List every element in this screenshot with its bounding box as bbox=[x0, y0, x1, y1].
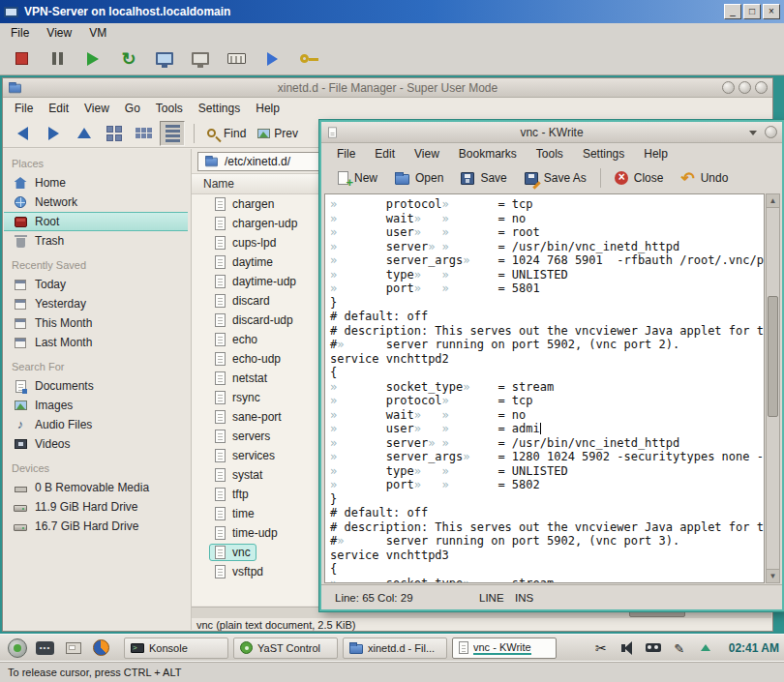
pause-button[interactable] bbox=[45, 47, 69, 71]
minimize-button[interactable] bbox=[724, 4, 741, 19]
sidebar-item-home[interactable]: Home bbox=[4, 173, 191, 193]
text-editor[interactable]: » protocol» = tcp» wait» » = no» user» »… bbox=[324, 193, 765, 583]
maximize-button[interactable] bbox=[743, 4, 761, 19]
sidebar-item-audio-files[interactable]: Audio Files bbox=[4, 415, 191, 434]
stop-button[interactable] bbox=[10, 47, 33, 71]
pen-tray-item[interactable] bbox=[671, 638, 688, 658]
refresh-button[interactable] bbox=[117, 47, 140, 71]
scroll-down-arrow[interactable]: ▼ bbox=[767, 569, 779, 582]
file-manager-titlebar[interactable]: xinetd.d - File Manager - Super User Mod… bbox=[3, 78, 772, 98]
sidebar-item-root[interactable]: Root bbox=[4, 212, 188, 231]
menu-view[interactable]: View bbox=[38, 24, 80, 42]
hard-drive-icon bbox=[14, 505, 27, 512]
kwrite-menu-settings[interactable]: Settings bbox=[573, 144, 634, 163]
sidebar-item-trash[interactable]: Trash bbox=[4, 231, 191, 251]
fm-close-button[interactable] bbox=[755, 81, 768, 94]
kwrite-vertical-scrollbar[interactable]: ▲ ▼ bbox=[766, 193, 780, 583]
new-button[interactable]: New bbox=[329, 171, 386, 185]
fm-menu-file[interactable]: File bbox=[7, 99, 41, 118]
selection-mode[interactable]: LINE bbox=[479, 592, 504, 604]
key-button[interactable] bbox=[296, 47, 319, 71]
sendkey-button[interactable] bbox=[260, 47, 284, 71]
forward-button[interactable] bbox=[40, 121, 67, 146]
run-button[interactable] bbox=[81, 47, 105, 71]
up-button[interactable] bbox=[71, 121, 98, 146]
open-button[interactable]: Open bbox=[386, 171, 452, 185]
firefox-launcher[interactable] bbox=[89, 637, 113, 660]
kwrite-window[interactable]: vnc - KWrite FileEditViewBookmarksToolsS… bbox=[319, 120, 784, 611]
sidebar-item-network[interactable]: Network bbox=[4, 193, 191, 212]
fm-menu-edit[interactable]: Edit bbox=[41, 99, 76, 118]
kwrite-menu-bookmarks[interactable]: Bookmarks bbox=[449, 144, 527, 163]
kwrite-menu-tools[interactable]: Tools bbox=[527, 144, 573, 163]
back-button[interactable] bbox=[9, 121, 36, 146]
undo-button[interactable]: Undo bbox=[672, 170, 737, 187]
details-view-button[interactable] bbox=[160, 121, 185, 146]
kwrite-titlebar[interactable]: vnc - KWrite bbox=[321, 122, 782, 143]
fm-menu-help[interactable]: Help bbox=[248, 99, 287, 118]
sidebar-item-videos[interactable]: Videos bbox=[4, 434, 191, 454]
screenshot-button[interactable] bbox=[189, 47, 212, 71]
keyboard-button[interactable] bbox=[225, 47, 248, 71]
kwrite-menu-edit[interactable]: Edit bbox=[365, 144, 405, 163]
sidebar-item-this-month[interactable]: This Month bbox=[4, 313, 191, 333]
task-konsole[interactable]: Konsole bbox=[124, 638, 228, 659]
tab-marker: » bbox=[442, 197, 498, 211]
window-titlebar[interactable]: VPN-Server on localhost.localdomain bbox=[0, 0, 784, 23]
kwrite-close-button[interactable] bbox=[765, 126, 777, 138]
close-button[interactable] bbox=[763, 4, 780, 19]
tab-marker: » bbox=[442, 422, 498, 435]
close-button[interactable]: Close bbox=[606, 171, 673, 185]
sidebar-item-0-b-removable-media[interactable]: 0 B Removable Media bbox=[4, 478, 191, 497]
task-xinetd-d-fil[interactable]: xinetd.d - Fil... bbox=[343, 638, 447, 659]
text-file-icon bbox=[215, 371, 226, 385]
dots-launcher[interactable] bbox=[33, 637, 57, 660]
task-yast-control[interactable]: YaST Control bbox=[233, 638, 338, 659]
fm-menu-tools[interactable]: Tools bbox=[148, 99, 191, 118]
kwrite-menu-help[interactable]: Help bbox=[634, 144, 678, 163]
console-button[interactable] bbox=[153, 47, 176, 71]
kwrite-menu-file[interactable]: File bbox=[327, 144, 365, 163]
places-section-search-for: Search For bbox=[12, 361, 191, 373]
menu-launcher[interactable] bbox=[5, 637, 29, 660]
preview-button[interactable]: Prev bbox=[254, 121, 302, 146]
scroll-up-arrow[interactable]: ▲ bbox=[767, 194, 779, 208]
chevron-down-icon[interactable] bbox=[749, 131, 757, 135]
desktop-launcher[interactable] bbox=[61, 637, 85, 660]
save-button[interactable]: Save bbox=[452, 171, 515, 185]
editor-line: » user» » = admi bbox=[330, 422, 764, 436]
find-button[interactable]: Find bbox=[203, 121, 250, 146]
task-vnc-kwrite[interactable]: vnc - KWrite bbox=[452, 638, 557, 659]
panel-arrow-icon bbox=[701, 644, 710, 651]
sidebar-item-last-month[interactable]: Last Month bbox=[4, 333, 191, 352]
sidebar-item-today[interactable]: Today bbox=[4, 275, 191, 294]
mixer-tray-item[interactable] bbox=[645, 638, 662, 658]
insert-mode[interactable]: INS bbox=[515, 592, 533, 604]
sidebar-item-documents[interactable]: Documents bbox=[4, 376, 191, 396]
home-icon bbox=[15, 177, 27, 189]
clock[interactable]: 02:41 AM bbox=[729, 641, 779, 655]
kwrite-scrollbar-thumb[interactable] bbox=[768, 296, 778, 417]
mixer-icon bbox=[646, 643, 661, 652]
documents-icon bbox=[15, 380, 26, 393]
volume-tray-item[interactable] bbox=[618, 638, 636, 658]
dots-icon bbox=[36, 641, 54, 655]
icons-view-button[interactable] bbox=[102, 121, 127, 146]
sidebar-item-images[interactable]: Images bbox=[4, 396, 191, 415]
compact-view-button[interactable] bbox=[131, 121, 156, 146]
vm-display[interactable]: xinetd.d - File Manager - Super User Mod… bbox=[0, 75, 784, 661]
panel-arrow-tray-item[interactable] bbox=[697, 638, 714, 658]
scissors-tray-item[interactable] bbox=[592, 638, 610, 658]
save-as-button[interactable]: Save As bbox=[516, 171, 595, 185]
fm-menu-go[interactable]: Go bbox=[117, 99, 148, 118]
kwrite-menu-view[interactable]: View bbox=[405, 144, 449, 163]
menu-file[interactable]: File bbox=[2, 24, 38, 42]
menu-vm[interactable]: VM bbox=[80, 24, 115, 42]
sidebar-item-yesterday[interactable]: Yesterday bbox=[4, 294, 191, 313]
sidebar-item-16-7-gib-hard-drive[interactable]: 16.7 GiB Hard Drive bbox=[4, 517, 191, 536]
fm-menu-settings[interactable]: Settings bbox=[191, 99, 248, 118]
fm-maximize-button[interactable] bbox=[739, 81, 751, 94]
fm-menu-view[interactable]: View bbox=[76, 99, 117, 118]
fm-minimize-button[interactable] bbox=[722, 81, 735, 94]
sidebar-item-11-9-gib-hard-drive[interactable]: 11.9 GiB Hard Drive bbox=[4, 497, 191, 517]
